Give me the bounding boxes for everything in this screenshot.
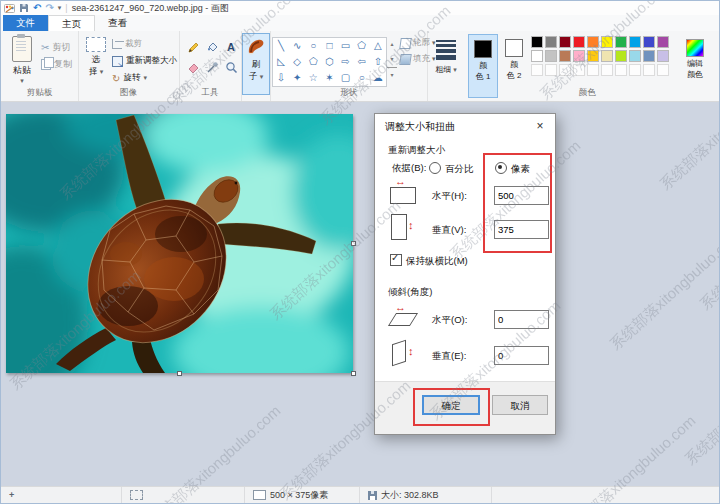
palette-swatch[interactable] — [559, 36, 571, 48]
shape-pentagon[interactable]: ⬠ — [305, 54, 321, 69]
palette-swatch[interactable] — [629, 36, 641, 48]
outline-icon — [399, 38, 412, 49]
palette-empty-slot[interactable] — [657, 64, 669, 76]
palette-empty-slot[interactable] — [531, 64, 543, 76]
shapes-more-icon[interactable]: ▾ — [387, 67, 397, 83]
palette-empty-slot[interactable] — [643, 64, 655, 76]
palette-swatch[interactable] — [531, 50, 543, 62]
palette-swatch[interactable] — [587, 50, 599, 62]
tab-view[interactable]: 查看 — [95, 15, 140, 31]
skew-horizontal-input[interactable] — [494, 310, 549, 329]
qat-dropdown-icon[interactable]: ▾ — [58, 4, 62, 12]
radio-pixels[interactable]: 像素 — [495, 162, 530, 176]
shape-diamond[interactable]: ◇ — [289, 54, 305, 69]
resize-skew-dialog: 调整大小和扭曲 × 重新调整大小 依据(B): 百分比 像素 ↔ 水平(H): … — [374, 113, 556, 435]
v-label: 垂直(V): — [432, 224, 466, 237]
shape-down-arrow[interactable]: ⇩ — [273, 70, 289, 85]
palette-empty-slot[interactable] — [587, 64, 599, 76]
palette-swatch[interactable] — [545, 50, 557, 62]
shape-cloud-callout[interactable]: ☁ — [370, 70, 386, 85]
palette-swatch[interactable] — [615, 50, 627, 62]
shape-six-point-star[interactable]: ✶ — [321, 70, 337, 85]
crop-button[interactable]: 裁剪 — [112, 37, 142, 51]
shape-rectangle[interactable]: □ — [321, 38, 337, 53]
group-brushes: 刷 子 ▾ — [241, 31, 271, 101]
save-icon[interactable] — [19, 3, 29, 13]
shape-rounded-callout[interactable]: ▢ — [338, 70, 354, 85]
palette-swatch[interactable] — [643, 36, 655, 48]
palette-swatch[interactable] — [629, 50, 641, 62]
shape-right-arrow[interactable]: ⇨ — [338, 54, 354, 69]
shape-curve[interactable]: ∿ — [289, 38, 305, 53]
fill-tool[interactable] — [204, 39, 220, 55]
dialog-close-button[interactable]: × — [525, 114, 555, 139]
brushes-button[interactable]: 刷 子 ▾ — [242, 33, 270, 95]
status-empty-segment — [491, 487, 719, 503]
palette-swatch[interactable] — [601, 50, 613, 62]
shape-up-arrow[interactable]: ⇧ — [370, 54, 386, 69]
canvas[interactable] — [6, 114, 353, 373]
tab-home[interactable]: 主页 — [48, 15, 95, 31]
rotate-button[interactable]: ↻ 旋转 ▾ — [112, 71, 147, 85]
tools-grid: A — [185, 37, 241, 77]
vertical-input[interactable] — [494, 220, 549, 239]
tab-file[interactable]: 文件 — [3, 15, 48, 31]
palette-empty-slot[interactable] — [601, 64, 613, 76]
palette-swatch[interactable] — [559, 50, 571, 62]
edit-colors-button[interactable]: 编辑 颜色 — [683, 35, 707, 80]
resize-button[interactable]: 重新调整大小 — [112, 54, 177, 68]
palette-swatch[interactable] — [601, 36, 613, 48]
shape-hexagon[interactable]: ⬡ — [321, 54, 337, 69]
palette-empty-slot[interactable] — [545, 64, 557, 76]
cancel-button[interactable]: 取消 — [492, 395, 548, 415]
shape-five-point-star[interactable]: ☆ — [305, 70, 321, 85]
pencil-tool[interactable] — [185, 39, 201, 55]
palette-empty-slot[interactable] — [559, 64, 571, 76]
redo-icon[interactable]: ↷ — [45, 2, 53, 14]
shape-right-triangle[interactable]: ◺ — [273, 54, 289, 69]
ok-button[interactable]: 确定 — [422, 395, 480, 415]
shapes-scroll-up-icon[interactable]: ▴ — [387, 37, 397, 52]
shapes-scroll-down-icon[interactable]: ▾ — [387, 52, 397, 67]
shape-line[interactable]: ╲ — [273, 38, 289, 53]
shape-four-point-star[interactable]: ✦ — [289, 70, 305, 85]
palette-swatch[interactable] — [573, 36, 585, 48]
canvas-handle-corner[interactable] — [351, 371, 356, 376]
canvas-handle-right[interactable] — [351, 241, 356, 246]
copy-button[interactable]: 复制 — [41, 57, 72, 71]
palette-swatch[interactable] — [615, 36, 627, 48]
skew-h-label: 水平(O): — [432, 314, 467, 327]
shape-rounded-rectangle[interactable]: ▭ — [338, 38, 354, 53]
shape-oval-callout[interactable]: ○ — [354, 70, 370, 85]
undo-icon[interactable]: ↶ — [33, 2, 41, 14]
eyedropper-tool[interactable] — [204, 59, 220, 75]
shape-polygon[interactable]: ⬠ — [354, 38, 370, 53]
palette-empty-slot[interactable] — [615, 64, 627, 76]
radio-percentage[interactable]: 百分比 — [429, 162, 474, 176]
aspect-ratio-checkbox[interactable]: ✓保持纵横比(M) — [390, 254, 468, 268]
eraser-tool[interactable] — [185, 59, 201, 75]
shape-left-arrow[interactable]: ⇦ — [354, 54, 370, 69]
color2-label-1: 颜 — [500, 59, 528, 70]
shape-triangle[interactable]: △ — [370, 38, 386, 53]
select-icon — [86, 37, 106, 52]
text-tool[interactable]: A — [223, 39, 239, 55]
shape-oval[interactable]: ○ — [305, 38, 321, 53]
palette-swatch[interactable] — [573, 50, 585, 62]
palette-empty-slot[interactable] — [573, 64, 585, 76]
select-button[interactable]: 选 择 ▾ — [83, 37, 109, 78]
magnifier-tool[interactable] — [223, 59, 239, 75]
horizontal-input[interactable] — [494, 186, 549, 205]
paste-button[interactable]: 粘贴 ▾ — [8, 36, 36, 85]
palette-swatch[interactable] — [531, 36, 543, 48]
palette-swatch[interactable] — [545, 36, 557, 48]
canvas-handle-bottom[interactable] — [177, 371, 182, 376]
palette-swatch[interactable] — [643, 50, 655, 62]
palette-swatch[interactable] — [657, 36, 669, 48]
palette-swatch[interactable] — [657, 50, 669, 62]
palette-empty-slot[interactable] — [629, 64, 641, 76]
cut-button[interactable]: ✂ 剪切 — [41, 40, 70, 54]
palette-swatch[interactable] — [587, 36, 599, 48]
skew-vertical-input[interactable] — [494, 346, 549, 365]
size-button[interactable]: 粗细 ▾ — [432, 38, 460, 75]
